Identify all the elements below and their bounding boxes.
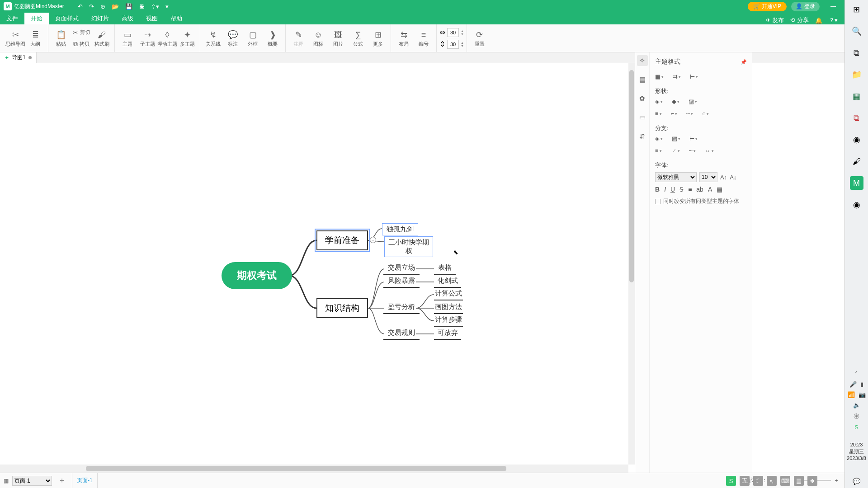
search-icon[interactable]: 🔍 (850, 24, 863, 38)
collapse-toggle-icon[interactable]: − (370, 237, 376, 243)
obs-icon[interactable]: ◉ (850, 198, 863, 211)
undo-icon[interactable]: ↶ (78, 3, 83, 10)
doc-tab[interactable]: ✦ 导图1 (0, 52, 37, 63)
node-rules[interactable]: 交易规则 (383, 328, 420, 340)
ime-s-icon[interactable]: S (726, 476, 736, 486)
branch-weight-button[interactable]: ≡▾ (655, 147, 662, 154)
mindmap-view-button[interactable]: ✂思维导图 (5, 26, 25, 51)
page-selector[interactable]: 页面-1 (12, 476, 52, 486)
width-spinner[interactable]: ▲▼ (461, 29, 464, 36)
multi-topic-button[interactable]: ✦多主题 (177, 26, 197, 51)
structure-button[interactable]: ⇉▾ (673, 73, 681, 80)
icon-button[interactable]: ☺图标 (308, 26, 328, 51)
node-dugu[interactable]: 独孤九剑 (382, 223, 418, 235)
shape-style-button[interactable]: ▨▾ (689, 98, 697, 105)
bold-button[interactable]: B (655, 186, 660, 193)
publish-button[interactable]: ✈ 发布 (766, 16, 784, 24)
tab-advanced[interactable]: 高级 (115, 13, 140, 24)
ime-moon-icon[interactable]: ☾ (753, 476, 763, 486)
shadow-button[interactable]: ◆▾ (672, 98, 679, 105)
tab-view[interactable]: 视图 (140, 13, 164, 24)
relation-button[interactable]: ↯关系线 (203, 26, 223, 51)
node-formula[interactable]: 计算公式 (434, 289, 463, 300)
node-steps[interactable]: 计算步骤 (434, 315, 463, 327)
battery-icon[interactable]: ▮ (860, 381, 863, 388)
ime-gear-icon[interactable]: ❖ (807, 476, 817, 486)
page-list-icon[interactable]: ▥ (4, 478, 9, 484)
add-page-button[interactable]: ＋ (56, 476, 68, 485)
height-spinner[interactable]: ▲▼ (461, 41, 464, 47)
explorer-icon[interactable]: 📁 (850, 68, 863, 81)
bell-icon[interactable]: 🔔 (815, 17, 822, 24)
font-grow-button[interactable]: A↑ (720, 174, 727, 181)
more-button[interactable]: ⊞更多 (368, 26, 388, 51)
subtopic-button[interactable]: ⇢子主题 (137, 26, 157, 51)
ime-punct-icon[interactable]: •, (767, 476, 777, 486)
node-draw[interactable]: 画图方法 (434, 303, 463, 314)
summary-button[interactable]: ❱概要 (263, 26, 283, 51)
mic-icon[interactable]: 🎤 (849, 381, 857, 388)
wifi-icon[interactable]: 📶 (848, 391, 855, 398)
tab-help[interactable]: 帮助 (164, 13, 189, 24)
image-button[interactable]: 🖼图片 (328, 26, 348, 51)
vip-button[interactable]: 🛒开通VIP (748, 2, 787, 11)
floating-topic-button[interactable]: ◊浮动主题 (157, 26, 177, 51)
node-giveup[interactable]: 可放弃 (434, 328, 461, 340)
reset-button[interactable]: ⟳重置 (470, 26, 490, 51)
cam-icon[interactable]: 📷 (859, 391, 866, 398)
line-weight-button[interactable]: ≡▾ (655, 110, 662, 117)
canvas-hscroll[interactable] (0, 465, 628, 473)
ime-tray-icon[interactable]: ㊥ (854, 412, 859, 420)
canvas-vscroll[interactable] (628, 63, 635, 465)
zoom-in-icon[interactable]: ＋ (834, 477, 839, 484)
qat-more-icon[interactable]: ▾ (165, 3, 169, 10)
new-icon[interactable]: ⊕ (100, 3, 105, 10)
tab-page-style[interactable]: 页面样式 (49, 13, 85, 24)
font-family-select[interactable]: 微软雅黑 (655, 172, 697, 182)
notifications-icon[interactable]: 💬 (850, 474, 863, 488)
italic-button[interactable]: I (664, 186, 666, 193)
taskview-icon[interactable]: ⧉ (850, 46, 863, 60)
branch-curve-button[interactable]: ⟋▾ (671, 147, 680, 154)
branch-style-button[interactable]: ▨▾ (672, 135, 680, 142)
help-dropdown-icon[interactable]: ？▾ (829, 16, 838, 24)
node-standpoint[interactable]: 交易立场 (383, 263, 420, 275)
ime-kb-icon[interactable]: ⌨ (780, 476, 790, 486)
node-prep[interactable]: 学前准备 (316, 230, 368, 250)
tab-file[interactable]: 文件 (0, 13, 24, 24)
vtab-page-icon[interactable]: ▤ (637, 74, 648, 85)
width-input[interactable] (447, 28, 459, 37)
chrome-icon[interactable]: ◉ (850, 133, 863, 146)
pin-icon[interactable]: 📌 (741, 59, 747, 65)
export-icon[interactable]: ⇪▾ (151, 3, 159, 10)
outline-view-button[interactable]: ≣大纲 (25, 26, 45, 51)
ime-wu-icon[interactable]: 五 (740, 476, 750, 486)
ime-dict-icon[interactable]: ䷀ (794, 476, 804, 486)
corner-button[interactable]: ⌐▾ (671, 110, 678, 117)
apply-same-type-checkbox[interactable]: 同时改变所有同类型主题的字体 (655, 197, 747, 205)
branch-conn-button[interactable]: ⊢▾ (689, 135, 698, 142)
dash-button[interactable]: ┄▾ (686, 110, 693, 117)
node-pnl[interactable]: 盈亏分析 (383, 303, 420, 314)
tab-slides[interactable]: 幻灯片 (85, 13, 115, 24)
page-name-tab[interactable]: 页面-1 (72, 473, 98, 488)
round-button[interactable]: ○▾ (702, 110, 709, 117)
vtab-outline-icon[interactable]: ▭ (637, 112, 648, 123)
pdf-icon[interactable]: ⧉ (850, 111, 863, 125)
font-more-button[interactable]: ▦ (717, 186, 722, 193)
paste-button[interactable]: 📋粘贴 (51, 26, 71, 51)
open-icon[interactable]: 📂 (112, 3, 119, 10)
vtab-style-icon[interactable]: ✧ (637, 55, 648, 66)
volume-icon[interactable]: 🔈 (853, 402, 860, 408)
tab-home[interactable]: 开始 (24, 13, 49, 24)
seewo-icon[interactable]: S (854, 424, 859, 431)
font-shrink-button[interactable]: A↓ (730, 174, 736, 181)
node-table[interactable]: 表格 (434, 263, 456, 275)
vtab-theme-icon[interactable]: ✿ (637, 93, 648, 104)
cut-button[interactable]: ✂剪切 (71, 27, 92, 38)
node-knowledge[interactable]: 知识结构 (316, 298, 368, 318)
fill-button[interactable]: ◈▾ (655, 98, 663, 105)
node-huajian[interactable]: 化剑式 (434, 277, 461, 288)
branch-arrow-button[interactable]: ↔▾ (705, 147, 714, 154)
minimize-icon[interactable]: ― (830, 3, 836, 9)
